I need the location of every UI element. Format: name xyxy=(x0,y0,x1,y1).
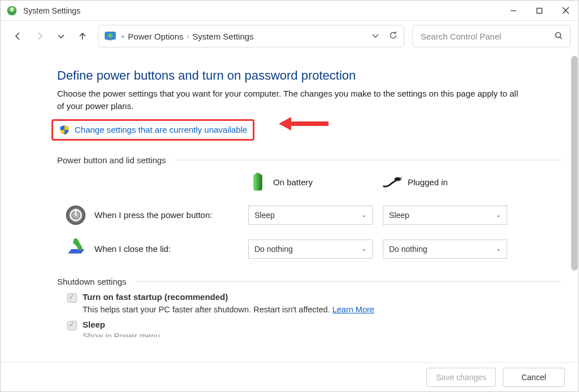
titlebar: System Settings xyxy=(1,1,578,21)
change-settings-link[interactable]: Change settings that are currently unava… xyxy=(75,125,247,134)
svg-marker-13 xyxy=(279,117,291,130)
plug-icon xyxy=(383,173,402,192)
history-dropdown-button[interactable] xyxy=(51,27,71,46)
learn-more-link[interactable]: Learn More xyxy=(332,305,374,314)
close-lid-battery-value: Do nothing xyxy=(254,245,293,254)
window-root: System Settings « Power Options › System… xyxy=(0,0,579,392)
forward-button[interactable] xyxy=(30,27,49,46)
power-button-icon xyxy=(65,204,87,226)
scrollbar-thumb[interactable] xyxy=(571,56,578,271)
svg-line-11 xyxy=(560,37,563,39)
power-button-plugged-value: Sleep xyxy=(389,211,409,220)
section-heading-shutdown: Shutdown settings xyxy=(57,277,561,286)
column-header-battery-label: On battery xyxy=(273,177,313,187)
power-settings-grid: On battery Plugged in xyxy=(57,173,561,260)
control-panel-icon xyxy=(104,30,116,42)
page-title: Define power buttons and turn on passwor… xyxy=(57,68,561,83)
maximize-button[interactable] xyxy=(526,1,552,21)
power-button-battery-dropdown[interactable]: Sleep⌄ xyxy=(248,206,373,225)
minimize-button[interactable] xyxy=(500,1,526,21)
window-title: System Settings xyxy=(23,6,80,15)
up-button[interactable] xyxy=(73,27,92,46)
chevron-down-icon: ⌄ xyxy=(361,211,366,219)
search-box[interactable] xyxy=(412,25,571,47)
chevron-down-icon: ⌄ xyxy=(361,245,366,252)
chevron-down-icon: ⌄ xyxy=(496,245,501,252)
annotation-arrow-icon xyxy=(279,116,330,132)
close-lid-plugged-dropdown[interactable]: Do nothing⌄ xyxy=(383,239,507,259)
fast-startup-label: Turn on fast startup (recommended) xyxy=(83,292,228,302)
svg-point-10 xyxy=(556,32,561,37)
navbar: « Power Options › System Settings xyxy=(1,21,578,51)
svg-rect-3 xyxy=(537,8,542,13)
svg-point-8 xyxy=(108,33,112,37)
power-button-plugged-dropdown[interactable]: Sleep⌄ xyxy=(383,206,507,225)
row-close-lid: When I close the lid: xyxy=(57,238,238,260)
laptop-lid-icon xyxy=(65,238,87,260)
sleep-row: Sleep xyxy=(57,320,561,330)
section-heading-power-lid-label: Power button and lid settings xyxy=(57,155,166,165)
close-button[interactable] xyxy=(552,1,578,21)
sleep-checkbox[interactable] xyxy=(67,321,77,330)
content-area: Define power buttons and turn on passwor… xyxy=(1,51,578,362)
close-lid-plugged-value: Do nothing xyxy=(389,245,427,254)
address-dropdown-button[interactable] xyxy=(371,32,379,41)
breadcrumb: « Power Options › System Settings xyxy=(121,32,254,41)
svg-line-19 xyxy=(400,179,402,180)
fast-startup-description: This helps start your PC faster after sh… xyxy=(83,305,561,314)
refresh-button[interactable] xyxy=(388,31,398,42)
column-header-battery: On battery xyxy=(248,173,373,192)
sleep-label: Sleep xyxy=(83,320,105,329)
svg-rect-9 xyxy=(108,40,112,41)
app-icon xyxy=(6,5,18,16)
row-power-button: When I press the power button: xyxy=(57,204,238,226)
cancel-button[interactable]: Cancel xyxy=(503,368,565,387)
fast-startup-desc-text: This helps start your PC faster after sh… xyxy=(83,305,332,314)
breadcrumb-chevrons-icon[interactable]: « xyxy=(121,33,124,40)
column-header-plugged-label: Plugged in xyxy=(408,177,448,187)
svg-line-18 xyxy=(400,177,402,178)
page-description: Choose the power settings that you want … xyxy=(57,88,521,112)
search-input[interactable] xyxy=(420,31,551,42)
row-power-button-label: When I press the power button: xyxy=(94,210,212,220)
section-heading-power-lid: Power button and lid settings xyxy=(57,155,561,165)
address-bar[interactable]: « Power Options › System Settings xyxy=(98,25,404,47)
fast-startup-row: Turn on fast startup (recommended) xyxy=(57,292,561,303)
fast-startup-checkbox[interactable] xyxy=(67,293,77,303)
save-button[interactable]: Save changes xyxy=(426,368,496,387)
back-button[interactable] xyxy=(8,27,28,46)
power-button-battery-value: Sleep xyxy=(254,211,275,220)
search-icon[interactable] xyxy=(554,31,563,42)
close-lid-battery-dropdown[interactable]: Do nothing⌄ xyxy=(248,239,373,259)
sleep-description-cut: Show in Power menu xyxy=(83,332,561,337)
footer: Save changes Cancel xyxy=(1,362,578,391)
uac-shield-icon xyxy=(59,124,70,136)
window-buttons xyxy=(500,1,578,21)
row-close-lid-label: When I close the lid: xyxy=(94,244,171,254)
chevron-right-icon: › xyxy=(187,33,189,40)
column-header-plugged: Plugged in xyxy=(383,173,507,192)
breadcrumb-item-power-options[interactable]: Power Options xyxy=(128,32,183,41)
section-heading-shutdown-label: Shutdown settings xyxy=(57,277,127,286)
chevron-down-icon: ⌄ xyxy=(496,211,501,219)
annotation-highlight-box: Change settings that are currently unava… xyxy=(51,119,254,141)
breadcrumb-item-system-settings[interactable]: System Settings xyxy=(192,32,253,41)
svg-rect-1 xyxy=(11,7,14,12)
svg-rect-16 xyxy=(253,174,262,190)
battery-icon xyxy=(248,173,267,192)
